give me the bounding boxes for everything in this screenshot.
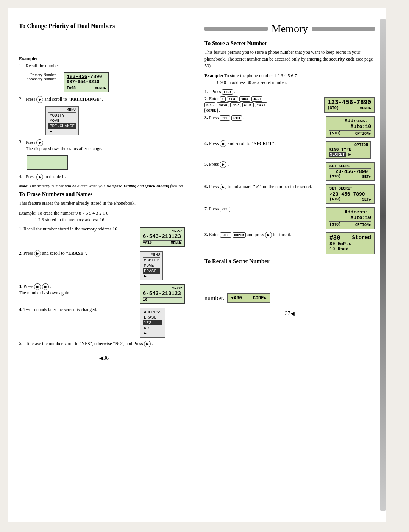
erase-modify: MODIFY [143,258,160,263]
key-5jkl[interactable]: 5JKL [204,102,215,107]
r-step-7-text: 7. Press STO . [204,206,323,212]
no-option: NO [143,325,162,331]
dual-number-display: 123-456-7890 987-654-3210 TA08 MENU▶ [64,72,109,92]
set-secret-num: | 23-456-7890 [329,169,371,174]
display-number: 123-456-7890 [328,99,371,106]
left-title: To Change Priority of Dual Numbers [19,23,189,30]
note-text: Note: The primary number will be dialed … [19,184,189,188]
set-secret-display: SET SECRET | 23-456-7890 (STO) SET▶ [326,162,375,181]
btn-press-3[interactable]: ▶ [36,139,43,146]
step-num-4: 4. [19,174,24,179]
addr-sto-7: (STO) [329,222,341,227]
header-bar-left [204,27,268,31]
stored-display: #30 Stored 80 EmPts 19 Used [326,232,375,254]
r-step-3-text: 3. Press STO STO . [204,115,323,121]
set-secret-sto2: (STO) [329,197,341,202]
sto-btn-3b[interactable]: STO [231,115,242,121]
erase-step-2: 2. Press ▶ and scroll to "ERASE". [19,250,137,257]
stored-used: 19 Used [329,247,371,252]
ta08-label: TA08 [67,86,76,90]
recall-code-display: ▼A90 CODE▶ [227,293,270,303]
modify-option: MODIFY [48,113,76,118]
erase-step-3: 3. Press ▶ ▶ . The number is shown again… [19,283,137,296]
erase-line: ERASE [143,315,162,320]
btn-erase-3b[interactable]: ▶ [42,283,49,290]
key-6mno[interactable]: 6MNO [217,102,229,107]
secondary-number-label: Secondary Number → [27,77,61,81]
number-entry-display: 123-456-7890 (STO) MENU▶ [324,97,375,113]
erase-desc: This feature erases the number already s… [19,200,189,207]
addr-opt-3: OPTION▶ [355,131,371,136]
key-8tuv[interactable]: 8TUV [242,102,254,107]
addr-sto-3: (STO) [329,131,341,136]
btn-store-8[interactable]: ▶ [265,232,272,238]
btn-press-4[interactable]: ▶ [36,174,43,180]
btn-press-6[interactable]: ▶ [220,184,226,190]
r-step-1-text: Press CLR . [211,89,375,95]
erase-number-display: 9-87 6-543-210123 ▼A16 MENU▶ [140,227,185,247]
step-1-text: Recall the number. [26,63,189,69]
opt-ring: RING TYPE [329,147,368,152]
address-display-7: Address:_ Auto:10 (STO) OPTION▶ [326,207,375,229]
erase-step-num-5: 5. [19,341,24,346]
address-erase-display: ADDRESS ERASE YES NO ▶ [140,308,165,338]
btn-scroll-2[interactable]: ▶ [36,96,43,103]
r-step-4-text: 4. Press ▶ and scroll to "SECRET". [204,140,323,147]
memory-title: Memory [272,23,308,35]
stored-empty: 80 EmPts [329,241,371,247]
set-secret-num2: ✓23-456-7890 [329,191,371,197]
erase-title: To Erase Numbers and Names [19,191,189,198]
btn-erase-scroll[interactable]: ▶ [34,250,41,257]
erase-step-5-text: To erase the number scroll to "YES", oth… [26,341,189,347]
stored-label: Stored [352,235,371,241]
key-9wxy[interactable]: 9WXY [255,102,267,107]
stored-num: #30 [329,235,340,241]
secret-desc: This feature permits you to store a phon… [204,49,375,69]
erase-menu-label: MENU▶ [171,241,182,245]
r-step-2-text: 2. Enter 1 2ABC 3DEF 4GHI 5JKL 6MNO 7PRS… [204,96,321,113]
key-7prs[interactable]: 7PRS [230,102,241,107]
r-step-6-text: 6. Press ▶ to put a mark "✓" on the numb… [204,184,323,190]
addr-title-7: Address:_ [329,209,371,215]
option-display: OPTION RING TYPE SECRET ▶ [326,141,371,159]
key-3def-8[interactable]: 3DEF [220,232,231,238]
status-display: - ... [27,155,68,170]
right-page-num: 37◀ [204,310,375,317]
menu-label: MENU▶ [95,86,106,90]
addr-auto-3: Auto:10 [329,124,371,129]
opt-secret: SECRET [329,152,346,157]
step-num-3: 3. [19,139,24,145]
btn-erase-3a[interactable]: ▶ [34,283,41,290]
r-step-5-text: 5. Press ▶ . [204,161,323,168]
btn-press-5[interactable]: ▶ [220,161,226,168]
addr-title-3: Address:_ [329,118,371,124]
set-secret-title: SET SECRET [329,164,371,169]
erase-step-1: 1. Recall the number stored in the memor… [19,226,137,232]
step-3-text: Press ▶ . The display shows the status a… [26,139,189,152]
move-option: MOVE [48,118,76,123]
menu-header: MENU [48,108,76,113]
erase-arrow: ▶ [143,274,147,278]
header-bar-right [312,27,375,31]
key-2abc[interactable]: 2ABC [227,96,238,102]
sto-btn-7[interactable]: STO [220,207,230,212]
clr-button[interactable]: CLR [222,89,233,95]
prichange-option: PRI.CHANGE [48,123,76,129]
addr-auto-7: Auto:10 [329,215,371,221]
key-1[interactable]: 1 [220,96,226,102]
key-0oper-8[interactable]: 0OPER [233,232,246,238]
address-line: ADDRESS [143,310,162,315]
key-3def[interactable]: 3DEF [239,96,251,102]
left-page-num: ◀36 [19,355,189,361]
sto-btn-3a[interactable]: STO [220,115,230,121]
erase-number-display2: 9-87 6-543-210123 16 [140,284,185,304]
r-step-8-text: 8. Enter 3DEF 0OPER and press ▶ to store… [204,232,323,238]
memory-header: Memory [204,23,375,35]
key-4ghi[interactable]: 4GHI [251,96,262,102]
set-secret-display2: SET SECRET ✓23-456-7890 (STO) SET▶ [326,184,375,204]
btn-scroll-4[interactable]: ▶ [220,140,226,147]
recall-va90: ▼A90 [231,296,242,301]
erase-menu-display: MENU MODIFY MOVE ERASE ▶ [140,251,163,280]
btn-erase-5[interactable]: ▶ [144,341,151,347]
key-0oper[interactable]: 0OPER [204,108,218,113]
